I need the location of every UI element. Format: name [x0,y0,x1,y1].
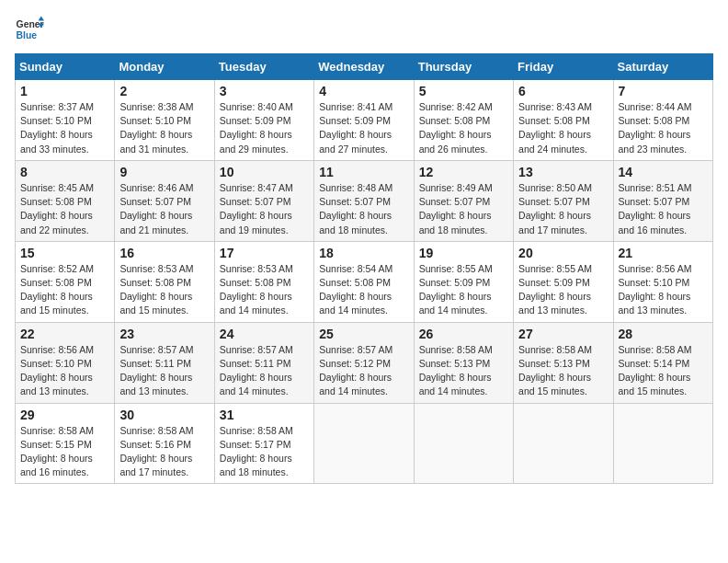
day-cell: 2 Sunrise: 8:38 AMSunset: 5:10 PMDayligh… [115,80,214,161]
day-number: 24 [220,327,309,341]
day-detail: Sunrise: 8:58 AMSunset: 5:17 PMDaylight:… [220,425,293,478]
day-cell: 31 Sunrise: 8:58 AMSunset: 5:17 PMDaylig… [214,403,313,484]
day-detail: Sunrise: 8:58 AMSunset: 5:14 PMDaylight:… [619,344,692,397]
day-number: 19 [419,246,508,260]
day-number: 31 [220,408,309,422]
day-cell: 26 Sunrise: 8:58 AMSunset: 5:13 PMDaylig… [414,322,513,403]
day-number: 22 [20,327,109,341]
day-number: 27 [518,327,608,341]
day-number: 15 [20,246,109,260]
day-cell: 12 Sunrise: 8:49 AMSunset: 5:07 PMDaylig… [414,160,513,241]
day-cell: 15 Sunrise: 8:52 AMSunset: 5:08 PMDaylig… [16,241,115,322]
day-detail: Sunrise: 8:58 AMSunset: 5:13 PMDaylight:… [518,344,592,397]
svg-text:Blue: Blue [17,30,38,40]
day-number: 26 [419,327,508,341]
day-cell: 8 Sunrise: 8:45 AMSunset: 5:08 PMDayligh… [16,160,115,241]
logo-icon: General Blue [15,15,44,44]
day-cell: 29 Sunrise: 8:58 AMSunset: 5:15 PMDaylig… [16,403,115,484]
day-cell: 20 Sunrise: 8:55 AMSunset: 5:09 PMDaylig… [514,241,613,322]
day-cell: 5 Sunrise: 8:42 AMSunset: 5:08 PMDayligh… [414,80,513,161]
day-number: 18 [319,246,408,260]
calendar-table: SundayMondayTuesdayWednesdayThursdayFrid… [15,53,713,484]
day-detail: Sunrise: 8:52 AMSunset: 5:08 PMDaylight:… [20,263,94,316]
day-detail: Sunrise: 8:46 AMSunset: 5:07 PMDaylight:… [119,182,193,236]
day-detail: Sunrise: 8:49 AMSunset: 5:07 PMDaylight:… [419,182,493,236]
day-cell: 11 Sunrise: 8:48 AMSunset: 5:07 PMDaylig… [314,160,414,241]
day-cell: 13 Sunrise: 8:50 AMSunset: 5:07 PMDaylig… [514,160,613,241]
day-detail: Sunrise: 8:41 AMSunset: 5:09 PMDaylight:… [319,101,392,155]
day-number: 2 [119,84,209,98]
weekday-header-row: SundayMondayTuesdayWednesdayThursdayFrid… [16,54,713,80]
day-number: 30 [119,408,209,422]
day-detail: Sunrise: 8:38 AMSunset: 5:10 PMDaylight:… [119,101,193,155]
weekday-header-wednesday: Wednesday [314,54,414,80]
day-cell [613,403,712,484]
day-cell: 21 Sunrise: 8:56 AMSunset: 5:10 PMDaylig… [613,241,712,322]
day-detail: Sunrise: 8:58 AMSunset: 5:13 PMDaylight:… [419,344,493,397]
day-cell: 28 Sunrise: 8:58 AMSunset: 5:14 PMDaylig… [613,322,712,403]
day-number: 11 [319,165,408,179]
day-detail: Sunrise: 8:55 AMSunset: 5:09 PMDaylight:… [419,263,493,316]
day-cell: 1 Sunrise: 8:37 AMSunset: 5:10 PMDayligh… [16,80,115,161]
day-number: 29 [20,408,109,422]
day-detail: Sunrise: 8:54 AMSunset: 5:08 PMDaylight:… [319,263,392,316]
day-cell: 22 Sunrise: 8:56 AMSunset: 5:10 PMDaylig… [16,322,115,403]
day-detail: Sunrise: 8:40 AMSunset: 5:09 PMDaylight:… [220,101,293,155]
day-detail: Sunrise: 8:48 AMSunset: 5:07 PMDaylight:… [319,182,392,236]
day-number: 17 [220,246,309,260]
day-number: 12 [419,165,508,179]
day-cell: 6 Sunrise: 8:43 AMSunset: 5:08 PMDayligh… [514,80,613,161]
day-cell [514,403,613,484]
day-number: 13 [518,165,608,179]
day-cell: 23 Sunrise: 8:57 AMSunset: 5:11 PMDaylig… [115,322,214,403]
day-number: 25 [319,327,408,341]
weekday-header-monday: Monday [115,54,214,80]
day-detail: Sunrise: 8:57 AMSunset: 5:11 PMDaylight:… [220,344,293,397]
day-cell: 30 Sunrise: 8:58 AMSunset: 5:16 PMDaylig… [115,403,214,484]
day-detail: Sunrise: 8:53 AMSunset: 5:08 PMDaylight:… [220,263,293,316]
week-row-3: 15 Sunrise: 8:52 AMSunset: 5:08 PMDaylig… [16,241,713,322]
day-cell: 4 Sunrise: 8:41 AMSunset: 5:09 PMDayligh… [314,80,414,161]
day-number: 14 [619,165,708,179]
week-row-1: 1 Sunrise: 8:37 AMSunset: 5:10 PMDayligh… [16,80,713,161]
day-number: 8 [20,165,109,179]
day-number: 23 [119,327,209,341]
day-cell: 27 Sunrise: 8:58 AMSunset: 5:13 PMDaylig… [514,322,613,403]
day-cell: 25 Sunrise: 8:57 AMSunset: 5:12 PMDaylig… [314,322,414,403]
day-cell: 3 Sunrise: 8:40 AMSunset: 5:09 PMDayligh… [214,80,313,161]
day-detail: Sunrise: 8:57 AMSunset: 5:11 PMDaylight:… [119,344,193,397]
svg-marker-2 [39,17,44,21]
day-cell: 19 Sunrise: 8:55 AMSunset: 5:09 PMDaylig… [414,241,513,322]
day-number: 20 [518,246,608,260]
day-detail: Sunrise: 8:51 AMSunset: 5:07 PMDaylight:… [619,182,692,236]
day-detail: Sunrise: 8:43 AMSunset: 5:08 PMDaylight:… [518,101,592,155]
day-number: 28 [619,327,708,341]
day-number: 6 [518,84,608,98]
day-cell: 17 Sunrise: 8:53 AMSunset: 5:08 PMDaylig… [214,241,313,322]
header: General Blue [15,15,713,44]
week-row-4: 22 Sunrise: 8:56 AMSunset: 5:10 PMDaylig… [16,322,713,403]
day-detail: Sunrise: 8:53 AMSunset: 5:08 PMDaylight:… [119,263,193,316]
day-number: 3 [220,84,309,98]
day-detail: Sunrise: 8:42 AMSunset: 5:08 PMDaylight:… [419,101,493,155]
day-detail: Sunrise: 8:50 AMSunset: 5:07 PMDaylight:… [518,182,592,236]
day-detail: Sunrise: 8:47 AMSunset: 5:07 PMDaylight:… [220,182,293,236]
day-cell: 18 Sunrise: 8:54 AMSunset: 5:08 PMDaylig… [314,241,414,322]
day-detail: Sunrise: 8:45 AMSunset: 5:08 PMDaylight:… [20,182,94,236]
week-row-2: 8 Sunrise: 8:45 AMSunset: 5:08 PMDayligh… [16,160,713,241]
day-detail: Sunrise: 8:44 AMSunset: 5:08 PMDaylight:… [619,101,692,155]
day-number: 4 [319,84,408,98]
day-cell [414,403,513,484]
weekday-header-tuesday: Tuesday [214,54,313,80]
day-cell [314,403,414,484]
day-detail: Sunrise: 8:58 AMSunset: 5:15 PMDaylight:… [20,425,94,478]
week-row-5: 29 Sunrise: 8:58 AMSunset: 5:15 PMDaylig… [16,403,713,484]
day-detail: Sunrise: 8:37 AMSunset: 5:10 PMDaylight:… [20,101,94,155]
day-detail: Sunrise: 8:57 AMSunset: 5:12 PMDaylight:… [319,344,392,397]
day-number: 16 [119,246,209,260]
day-number: 9 [119,165,209,179]
day-number: 21 [619,246,708,260]
day-detail: Sunrise: 8:56 AMSunset: 5:10 PMDaylight:… [20,344,94,397]
weekday-header-saturday: Saturday [613,54,712,80]
day-number: 1 [20,84,109,98]
